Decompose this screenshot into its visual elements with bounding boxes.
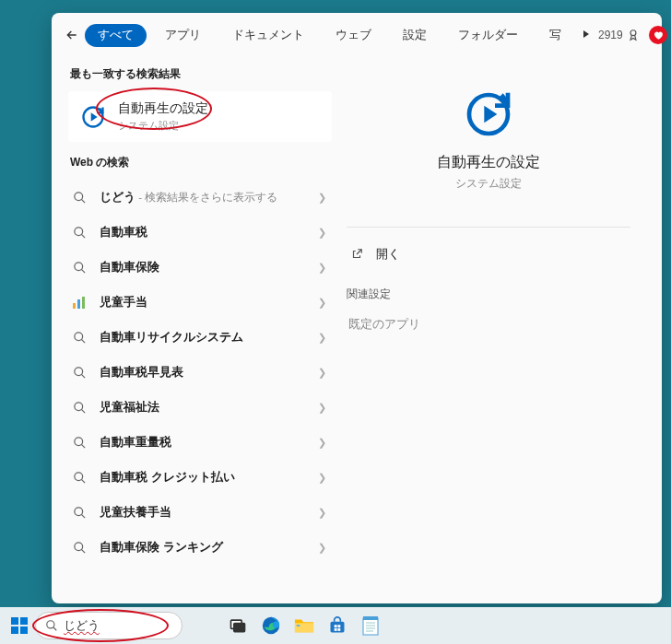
svg-rect-16 [11, 617, 18, 625]
file-explorer-icon[interactable] [289, 611, 319, 640]
search-icon [70, 538, 88, 556]
web-result-item[interactable]: 自動車重量税❯ [68, 425, 332, 460]
chevron-right-icon: ❯ [318, 192, 326, 204]
heart-icon[interactable] [649, 26, 667, 44]
chart-icon [70, 293, 88, 311]
back-button[interactable] [65, 24, 79, 46]
start-button[interactable] [7, 614, 31, 638]
rewards-icon [627, 29, 640, 41]
svg-rect-17 [20, 617, 28, 625]
web-result-text: 自動車税 クレジット払い [100, 469, 307, 486]
web-result-text: 児童手当 [100, 294, 307, 310]
open-icon [348, 246, 365, 263]
search-icon [70, 328, 88, 346]
svg-rect-32 [363, 616, 378, 620]
svg-point-14 [74, 542, 82, 550]
header-right: 2919 ⋯ [598, 22, 671, 48]
autoplay-settings-icon [79, 103, 107, 131]
svg-rect-25 [297, 625, 300, 626]
chevron-right-icon: ❯ [318, 332, 326, 344]
related-heading: 関連設定 [347, 287, 630, 302]
taskbar: じどう [0, 607, 671, 644]
web-result-text: 児童扶養手当 [100, 504, 307, 521]
taskbar-searchbox[interactable]: じどう [35, 612, 182, 639]
web-result-item[interactable]: 自動車税❯ [68, 215, 332, 250]
svg-point-4 [74, 262, 82, 270]
web-result-text: 自動車リサイクルシステム [100, 329, 307, 345]
notepad-icon[interactable] [356, 611, 385, 640]
web-result-text: 自動車保険 [100, 259, 307, 275]
chevron-right-icon: ❯ [318, 262, 326, 274]
detail-title: 自動再生の設定 [356, 153, 621, 172]
detail-column: 自動再生の設定 システム設定 開く 関連設定 既定のアプリ [332, 57, 662, 603]
best-match-text: 自動再生の設定 システム設定 [118, 100, 208, 133]
search-icon [70, 223, 88, 241]
related-item[interactable]: 既定のアプリ [347, 313, 630, 336]
svg-point-3 [74, 227, 82, 235]
points-value: 2919 [598, 29, 623, 41]
svg-rect-27 [335, 625, 337, 627]
detail-autoplay-icon [463, 88, 514, 140]
tab-all[interactable]: すべて [85, 24, 147, 47]
svg-rect-22 [234, 624, 245, 632]
web-result-text: 自動車重量税 [100, 434, 307, 451]
tab-apps[interactable]: アプリ [152, 24, 214, 47]
search-icon [45, 619, 58, 632]
tab-documents[interactable]: ドキュメント [219, 24, 317, 47]
search-icon [70, 188, 88, 206]
open-label: 開く [376, 247, 400, 263]
best-match-item[interactable]: 自動再生の設定 システム設定 [68, 91, 332, 142]
web-result-item[interactable]: 児童扶養手当❯ [68, 495, 332, 530]
search-icon [70, 258, 88, 276]
tab-settings[interactable]: 設定 [390, 24, 440, 47]
store-icon[interactable] [323, 611, 352, 640]
search-icon [70, 363, 88, 381]
search-icon [70, 468, 88, 486]
tab-folders[interactable]: フォルダー [445, 24, 531, 47]
web-result-item[interactable]: 自動車リサイクルシステム❯ [68, 320, 332, 355]
web-results-section: Web の検索 じどう - 検索結果をさらに表示する❯自動車税❯自動車保険❯児童… [68, 155, 332, 565]
search-icon [70, 503, 88, 521]
search-results-panel: すべて アプリ ドキュメント ウェブ 設定 フォルダー 写 2919 ⋯ 最も一… [52, 13, 662, 603]
web-result-item[interactable]: 自動車税早見表❯ [68, 355, 332, 390]
chevron-right-icon: ❯ [318, 402, 326, 414]
svg-point-11 [74, 437, 82, 445]
detail-card: 自動再生の設定 システム設定 [347, 68, 630, 210]
web-result-text: 児童福祉法 [100, 399, 307, 416]
chevron-right-icon: ❯ [318, 437, 326, 449]
tab-photos-truncated[interactable]: 写 [536, 24, 574, 47]
chevron-right-icon: ❯ [318, 297, 326, 309]
chevron-right-icon: ❯ [318, 542, 326, 554]
svg-rect-24 [295, 623, 313, 632]
web-result-text: 自動車保険 ランキング [100, 539, 307, 556]
web-result-item[interactable]: 児童手当❯ [68, 285, 332, 320]
svg-rect-26 [331, 622, 345, 633]
web-result-text: 自動車税早見表 [100, 364, 307, 381]
results-column: 最も一致する検索結果 自動再生の設定 システム設定 Web の検索 じどう - … [52, 57, 332, 603]
web-heading: Web の検索 [70, 155, 332, 170]
best-match-subtitle: システム設定 [118, 119, 208, 133]
search-input-text: じどう [64, 618, 100, 634]
web-result-item[interactable]: 自動車税 クレジット払い❯ [68, 460, 332, 495]
web-result-item[interactable]: じどう - 検索結果をさらに表示する❯ [68, 180, 332, 215]
svg-rect-6 [77, 299, 80, 309]
chevron-right-icon: ❯ [318, 227, 326, 239]
web-result-item[interactable]: 自動車保険 ランキング❯ [68, 530, 332, 565]
tab-web[interactable]: ウェブ [323, 24, 384, 47]
detail-subtitle: システム設定 [356, 176, 621, 192]
search-icon [70, 433, 88, 451]
web-result-item[interactable]: 児童福祉法❯ [68, 390, 332, 425]
search-icon [70, 398, 88, 416]
best-match-title: 自動再生の設定 [118, 100, 208, 117]
svg-rect-18 [11, 626, 18, 634]
tabs-scroll-right[interactable] [580, 29, 593, 41]
web-result-text: じどう - 検索結果をさらに表示する [100, 189, 307, 205]
rewards-points[interactable]: 2919 [598, 29, 640, 41]
task-view-icon[interactable] [223, 611, 253, 640]
edge-icon[interactable] [256, 611, 286, 640]
svg-rect-29 [335, 628, 337, 631]
web-result-item[interactable]: 自動車保険❯ [68, 250, 332, 285]
web-result-text: 自動車税 [100, 224, 307, 240]
open-action[interactable]: 開く [347, 240, 630, 268]
svg-rect-7 [82, 297, 85, 309]
